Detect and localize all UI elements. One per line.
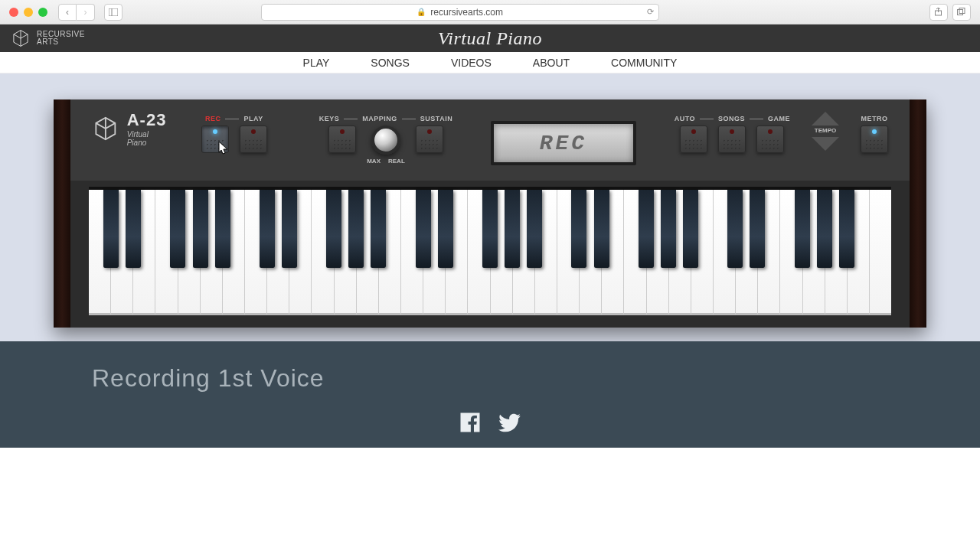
game-button[interactable] <box>756 126 784 153</box>
twitter-icon[interactable] <box>498 411 521 434</box>
auto-songs-game-group: AUTO SONGS GAME <box>675 115 790 153</box>
nav-back-forward: ‹ › <box>58 4 95 21</box>
main-nav: PLAY SONGS VIDEOS ABOUT COMMUNITY <box>0 52 980 73</box>
minimize-window-icon[interactable] <box>24 8 33 17</box>
forward-button[interactable]: › <box>77 4 95 21</box>
cube-logo-icon <box>11 28 31 48</box>
black-key[interactable] <box>348 190 364 268</box>
piano-subtitle: Virtual Piano <box>127 130 168 147</box>
black-key[interactable] <box>215 190 230 268</box>
black-key[interactable] <box>260 190 275 268</box>
piano-keyboard <box>89 187 891 315</box>
browser-chrome: ‹ › 🔒 recursivearts.com ⟳ <box>0 0 980 24</box>
svg-rect-0 <box>109 8 118 16</box>
svg-rect-4 <box>959 8 965 14</box>
fullscreen-window-icon[interactable] <box>38 8 47 17</box>
tempo-label: TEMPO <box>815 127 836 134</box>
sustain-label: SUSTAIN <box>420 115 452 122</box>
black-key[interactable] <box>750 190 765 268</box>
piano-side-left <box>54 99 70 328</box>
black-key[interactable] <box>482 190 498 268</box>
mapping-real-label: REAL <box>388 158 405 165</box>
black-key[interactable] <box>282 190 297 268</box>
black-key[interactable] <box>103 190 119 268</box>
metro-group: METRO <box>861 115 888 153</box>
nav-play[interactable]: PLAY <box>303 57 330 69</box>
facebook-icon[interactable] <box>459 411 482 434</box>
black-key[interactable] <box>594 190 609 268</box>
rec-button[interactable] <box>201 126 229 153</box>
share-button[interactable] <box>929 4 948 21</box>
recursive-arts-logo[interactable]: RECURSIVE ARTS <box>11 28 85 48</box>
black-key[interactable] <box>683 190 698 268</box>
black-key[interactable] <box>126 190 141 268</box>
black-key[interactable] <box>639 190 654 268</box>
black-key[interactable] <box>795 190 810 268</box>
piano-instrument: A-23 Virtual Piano REC PLAY <box>54 99 926 328</box>
keyboard-region <box>70 181 910 328</box>
control-panel: A-23 Virtual Piano REC PLAY <box>70 99 910 181</box>
black-key[interactable] <box>416 190 431 268</box>
url-text: recursivearts.com <box>430 7 503 18</box>
tempo-up-button[interactable] <box>812 112 839 126</box>
auto-label: AUTO <box>675 115 695 122</box>
rec-play-group: REC PLAY <box>201 115 267 153</box>
nav-songs[interactable]: SONGS <box>371 57 410 69</box>
social-links <box>92 411 888 434</box>
tempo-control: TEMPO <box>812 112 839 151</box>
black-key[interactable] <box>727 190 743 268</box>
mapping-knob[interactable] <box>371 126 400 155</box>
cube-brand-icon <box>92 114 119 143</box>
black-key[interactable] <box>527 190 542 268</box>
logo-line2: ARTS <box>37 38 85 46</box>
site-header: RECURSIVE ARTS Virtual Piano <box>0 24 980 52</box>
black-key[interactable] <box>438 190 453 268</box>
black-key[interactable] <box>193 190 208 268</box>
black-key[interactable] <box>571 190 586 268</box>
songs-button[interactable] <box>718 126 746 153</box>
black-key[interactable] <box>170 190 185 268</box>
play-button[interactable] <box>240 126 267 153</box>
close-window-icon[interactable] <box>9 8 18 17</box>
svg-rect-3 <box>958 10 963 15</box>
lock-icon: 🔒 <box>416 8 426 16</box>
black-key[interactable] <box>371 190 386 268</box>
piano-model: A-23 <box>127 110 168 130</box>
play-label: PLAY <box>243 115 263 122</box>
tabs-button[interactable] <box>952 4 971 21</box>
nav-community[interactable]: COMMUNITY <box>611 57 677 69</box>
piano-side-right <box>910 99 926 328</box>
black-key[interactable] <box>505 190 520 268</box>
sustain-button[interactable] <box>416 126 443 153</box>
mapping-label: MAPPING <box>362 115 397 122</box>
mapping-max-label: MAX <box>367 158 381 165</box>
game-label: GAME <box>768 115 790 122</box>
nav-videos[interactable]: VIDEOS <box>451 57 492 69</box>
rec-label: REC <box>205 115 221 122</box>
songs-label: SONGS <box>718 115 745 122</box>
piano-brand: A-23 Virtual Piano <box>92 110 168 147</box>
window-traffic-lights <box>9 8 47 17</box>
keys-mapping-sustain-group: KEYS MAPPING SUSTAIN MAX REAL <box>319 115 452 165</box>
sidebar-toggle-button[interactable] <box>104 4 122 21</box>
stage: A-23 Virtual Piano REC PLAY <box>0 73 980 341</box>
below-section: Recording 1st Voice <box>0 341 980 448</box>
back-button[interactable]: ‹ <box>58 4 77 21</box>
virtual-piano-script-title: Virtual Piano <box>438 28 542 49</box>
metro-label: METRO <box>861 115 888 122</box>
address-bar[interactable]: 🔒 recursivearts.com ⟳ <box>261 4 659 21</box>
black-key[interactable] <box>839 190 854 268</box>
auto-button[interactable] <box>680 126 707 153</box>
tempo-down-button[interactable] <box>812 137 839 151</box>
keys-label: KEYS <box>319 115 340 122</box>
metro-button[interactable] <box>861 126 888 153</box>
lcd-display: REC <box>491 121 635 165</box>
recording-heading: Recording 1st Voice <box>92 364 888 393</box>
keys-button[interactable] <box>328 126 356 153</box>
black-key[interactable] <box>326 190 341 268</box>
black-key[interactable] <box>817 190 832 268</box>
nav-about[interactable]: ABOUT <box>533 57 570 69</box>
reload-icon[interactable]: ⟳ <box>647 7 654 17</box>
black-key[interactable] <box>661 190 676 268</box>
white-key[interactable] <box>870 190 891 315</box>
